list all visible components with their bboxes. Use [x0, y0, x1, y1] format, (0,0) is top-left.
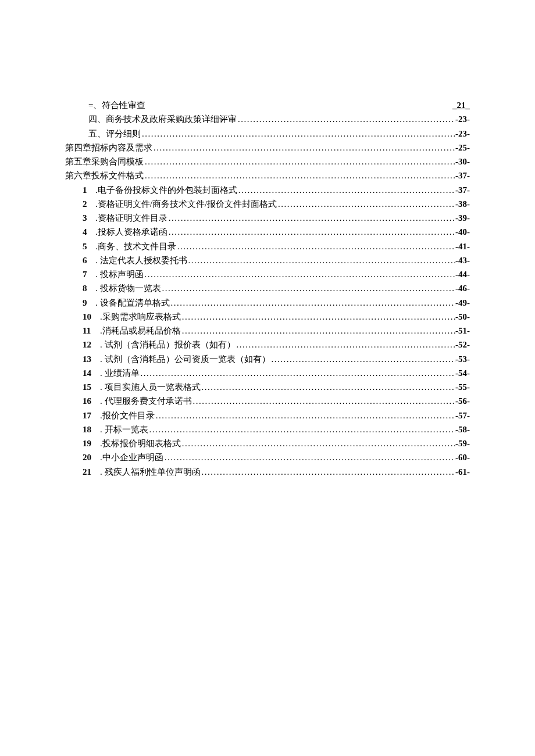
toc-dots — [181, 437, 455, 450]
toc-label: 四、商务技术及政府采购政策详细评审 — [88, 113, 237, 126]
toc-item-2: 2.资格证明文件/商务技术文件/报价文件封面格式 -38- — [65, 198, 470, 211]
toc-prefix: 13. 试剂（含消耗品）公司资质一览表（如有） — [83, 353, 270, 366]
toc-num: 20 — [83, 451, 100, 464]
toc-dots — [192, 395, 456, 408]
toc-num: 11 — [83, 324, 100, 338]
toc-page: -40- — [455, 225, 470, 239]
toc-item-6: 6. 法定代表人授权委托书 -43- — [65, 254, 470, 267]
toc-label: .电子备份投标文件的外包装封面格式 — [95, 185, 237, 195]
toc-item-18: 18. 开标一览表 -58- — [65, 423, 470, 436]
toc-dots — [163, 451, 455, 464]
toc-page: -37- — [455, 169, 470, 182]
toc-label: . 法定代表人授权委托书 — [95, 256, 187, 265]
toc-page: -23- — [455, 127, 470, 141]
toc-label: . 投标声明函 — [95, 270, 144, 279]
toc-chapter-6: 第六章投标文件格式 -37- — [65, 169, 470, 182]
toc-prefix: 9. 设备配置清单格式 — [83, 296, 170, 310]
toc-label: . 开标一览表 — [100, 425, 148, 434]
toc-prefix: 8. 投标货物一览表 — [83, 282, 161, 295]
toc-label: .资格证明文件目录 — [95, 213, 167, 223]
toc-subitem-business-tech-review: 四、商务技术及政府采购政策详细评审 -23- — [65, 113, 470, 126]
toc-dots — [237, 113, 455, 126]
toc-label: . 代理服务费支付承诺书 — [100, 396, 192, 406]
toc-prefix: 10.采购需求响应表格式 — [83, 310, 181, 324]
toc-page: -37- — [455, 184, 470, 197]
toc-item-19: 19.投标报价明细表格式 -59- — [65, 437, 470, 450]
toc-page: -39- — [455, 212, 470, 225]
toc-prefix: 16. 代理服务费支付承诺书 — [83, 395, 192, 408]
toc-page: -50- — [455, 310, 470, 324]
toc-page: -30- — [455, 155, 470, 169]
toc-label: . 项目实施人员一览表格式 — [100, 382, 201, 392]
toc-num: 9 — [83, 296, 95, 310]
toc-num: 17 — [83, 409, 100, 422]
toc-num: 7 — [83, 268, 95, 281]
toc-dots — [144, 268, 456, 281]
toc-dots — [277, 198, 455, 211]
toc-page: -57- — [455, 409, 470, 422]
toc-prefix: 3.资格证明文件目录 — [83, 212, 167, 225]
toc-dots — [140, 367, 456, 380]
toc-num: 12 — [83, 338, 100, 352]
toc-page: -53- — [455, 353, 470, 366]
toc-page: -60- — [455, 451, 470, 464]
toc-prefix: 17.报价文件目录 — [83, 409, 155, 422]
toc-dots — [201, 465, 456, 479]
toc-dots — [155, 409, 455, 422]
toc-dots — [144, 155, 455, 169]
toc-page: -55- — [455, 381, 470, 394]
toc-dots — [236, 338, 456, 352]
toc-prefix: 19.投标报价明细表格式 — [83, 437, 181, 450]
toc-page: -56- — [455, 395, 470, 408]
toc-page: -44- — [455, 268, 470, 281]
toc-label: . 试剂（含消耗品）公司资质一览表（如有） — [100, 354, 270, 364]
toc-page: -58- — [455, 423, 470, 436]
toc-dots — [161, 282, 456, 295]
toc-label: . 残疾人福利性单位声明函 — [100, 467, 201, 476]
toc-label: .商务、技术文件目录 — [95, 242, 176, 251]
toc-num: 5 — [83, 240, 95, 253]
toc-item-10: 10.采购需求响应表格式 -50- — [65, 310, 470, 324]
toc-page: -25- — [455, 141, 470, 155]
toc-item-20: 20.中小企业声明函 -60- — [65, 451, 470, 464]
toc-page: _21_ — [452, 99, 470, 112]
toc-container: =、符合性审查 _21_ 四、商务技术及政府采购政策详细评审 -23- 五、评分… — [65, 99, 470, 479]
toc-page: -51- — [455, 324, 470, 338]
toc-dots — [181, 310, 455, 324]
toc-label: .资格证明文件/商务技术文件/报价文件封面格式 — [95, 199, 277, 209]
toc-item-17: 17.报价文件目录 -57- — [65, 409, 470, 422]
toc-prefix: 20.中小企业声明函 — [83, 451, 163, 464]
toc-num: 16 — [83, 395, 100, 408]
toc-dots — [141, 127, 455, 141]
toc-label: 第五章采购合同模板 — [65, 155, 144, 169]
toc-page: -38- — [455, 198, 470, 211]
toc-item-9: 9. 设备配置清单格式 -49- — [65, 296, 470, 310]
toc-item-14: 14. 业绩清单 -54- — [65, 367, 470, 380]
toc-chapter-4: 第四章招标内容及需求 -25- — [65, 141, 470, 155]
toc-item-8: 8. 投标货物一览表 -46- — [65, 282, 470, 295]
toc-item-12: 12. 试剂（含消耗品）报价表（如有） -52- — [65, 338, 470, 352]
toc-item-16: 16. 代理服务费支付承诺书 -56- — [65, 395, 470, 408]
toc-label: .采购需求响应表格式 — [100, 312, 181, 321]
toc-item-3: 3.资格证明文件目录 -39- — [65, 212, 470, 225]
toc-prefix: 7. 投标声明函 — [83, 268, 144, 281]
toc-num: 2 — [83, 198, 95, 211]
toc-dots — [152, 141, 455, 155]
toc-label: .投标报价明细表格式 — [100, 439, 181, 448]
toc-dots — [144, 169, 455, 182]
toc-num: 15 — [83, 381, 100, 394]
toc-page: -46- — [455, 282, 470, 295]
toc-label: . 试剂（含消耗品）报价表（如有） — [100, 340, 236, 349]
toc-dots — [237, 184, 455, 197]
toc-prefix: 14. 业绩清单 — [83, 367, 140, 380]
toc-item-15: 15. 项目实施人员一览表格式 -55- — [65, 381, 470, 394]
toc-num: 3 — [83, 212, 95, 225]
toc-dots — [270, 353, 456, 366]
toc-page: -23- — [455, 113, 470, 126]
toc-num: 1 — [83, 184, 95, 197]
toc-num: 10 — [83, 310, 100, 324]
toc-label: . 投标货物一览表 — [95, 284, 161, 293]
toc-page: -52- — [455, 338, 470, 352]
toc-label: 第六章投标文件格式 — [65, 169, 144, 182]
toc-num: 21 — [83, 465, 100, 479]
